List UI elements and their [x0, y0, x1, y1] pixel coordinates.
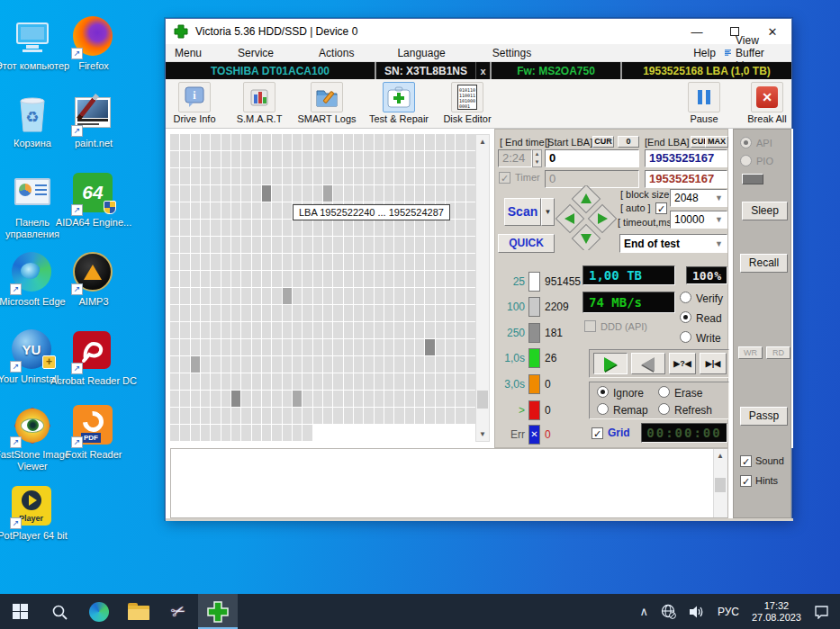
- log-scroll-up-icon[interactable]: ▲: [714, 449, 727, 463]
- toolbar-smart-logs[interactable]: SMART Logs: [297, 82, 357, 124]
- recall-button[interactable]: Recall: [740, 254, 788, 273]
- menu-item-language[interactable]: Language: [388, 47, 454, 59]
- auto-checkbox[interactable]: ✓: [655, 202, 667, 214]
- menu-item-menu[interactable]: Menu: [166, 47, 211, 59]
- log-scrollbar[interactable]: ▲: [713, 449, 727, 517]
- search-button[interactable]: [40, 594, 79, 629]
- toolbar-break-all[interactable]: ✕ Break All: [744, 82, 790, 124]
- start-lba-zero-button[interactable]: 0: [618, 136, 639, 148]
- taskbar-snipping-tool[interactable]: ✂: [158, 594, 198, 629]
- start-button[interactable]: [0, 594, 40, 629]
- block-size-dropdown[interactable]: 2048▼: [670, 189, 727, 207]
- speed-display: 74 MB/s: [583, 292, 675, 313]
- toolbar-test-repair[interactable]: Test & Repair: [367, 82, 430, 124]
- play-button[interactable]: [593, 353, 628, 374]
- sleep-button[interactable]: Sleep: [742, 202, 788, 220]
- notification-icon[interactable]: [814, 605, 829, 619]
- read-radio[interactable]: [680, 311, 691, 323]
- start-lba-label: [Start LBA]: [545, 137, 592, 148]
- shortcut-arrow-icon: ↗: [71, 436, 83, 448]
- desktop-icon-aida64[interactable]: 64 ↗ AIDA64 Engine...: [61, 173, 126, 229]
- end-lba-field[interactable]: 1953525167: [645, 149, 727, 167]
- activity-led: [742, 174, 763, 184]
- stat-row-1s: 1,0s26: [498, 348, 597, 370]
- recycle-bin-icon: ♻: [12, 94, 53, 135]
- desktop-icon-acrobat[interactable]: ↗ Acrobat Reader DC: [61, 329, 126, 387]
- seek-pad-icon[interactable]: [555, 185, 618, 250]
- butterfly-button[interactable]: ▶|◀: [700, 353, 727, 374]
- map-scrollbar[interactable]: ▲ ▼: [475, 134, 490, 442]
- scroll-down-icon[interactable]: ▼: [476, 427, 489, 441]
- volume-icon[interactable]: [689, 605, 705, 619]
- desktop-icon-potplayer[interactable]: Player ↗ PotPlayer 64 bit: [0, 486, 65, 542]
- quick-button[interactable]: QUICK: [498, 234, 555, 253]
- end-time-label: [ End time ]: [500, 137, 550, 148]
- toolbar-drive-info[interactable]: i Drive Info: [171, 82, 218, 124]
- hints-checkbox[interactable]: ✓: [740, 474, 752, 487]
- ddd-api-checkbox[interactable]: [584, 320, 596, 332]
- menu-item-help[interactable]: Help: [684, 47, 725, 59]
- tray-language[interactable]: РУС: [718, 606, 739, 618]
- serial-close-button[interactable]: x: [475, 62, 492, 79]
- start-lba-field[interactable]: 0: [545, 149, 639, 167]
- scan-button[interactable]: Scan: [504, 198, 541, 226]
- map-scroll-thumb[interactable]: [477, 391, 488, 409]
- desktop-icon-paint-net[interactable]: ↗ paint.net: [61, 94, 126, 149]
- rd-button[interactable]: RD: [766, 346, 790, 359]
- grid-checkbox[interactable]: ✓: [592, 427, 603, 439]
- minimize-button[interactable]: —: [678, 19, 716, 44]
- write-radio[interactable]: [680, 331, 691, 343]
- wr-button[interactable]: WR: [738, 346, 763, 359]
- taskbar-victoria[interactable]: [198, 594, 238, 629]
- remap-radio[interactable]: [597, 403, 609, 415]
- api-radio[interactable]: [740, 137, 752, 148]
- seek-test-button[interactable]: ▶?◀: [669, 353, 696, 374]
- ignore-radio[interactable]: [597, 386, 609, 398]
- scroll-up-icon[interactable]: ▲: [476, 135, 489, 148]
- end-lba-mirror-field[interactable]: 1953525167: [645, 170, 727, 188]
- passp-button[interactable]: Passp: [740, 407, 788, 426]
- log-scroll-thumb[interactable]: [715, 478, 726, 492]
- block-map[interactable]: [170, 134, 475, 442]
- lba-tooltip: LBA 1952522240 ... 1952524287: [293, 204, 450, 220]
- shortcut-arrow-icon: ↗: [71, 283, 83, 295]
- sound-checkbox[interactable]: ✓: [740, 454, 752, 467]
- rewind-button[interactable]: [631, 353, 665, 374]
- desktop-icon-firefox[interactable]: ↗ Firefox: [61, 16, 126, 72]
- your-uninstaller-icon: YU + ↗: [12, 329, 53, 371]
- network-globe-icon[interactable]: [661, 604, 676, 619]
- toolbar-disk-editor[interactable]: 0101101100111010000001 Disk Editor: [440, 82, 494, 124]
- start-lba-cur-button[interactable]: CUR: [592, 136, 614, 148]
- desktop-icon-aimp3[interactable]: ↗ AIMP3: [61, 252, 126, 308]
- desktop-icon-control-panel[interactable]: Панель управления: [0, 173, 65, 240]
- test-control-panel: [ End time ] [Start LBA] CUR 0 [End LBA]…: [494, 129, 728, 448]
- grid-label: Grid: [608, 427, 630, 439]
- timeout-dropdown[interactable]: 10000▼: [670, 211, 727, 229]
- auto-label: [ auto ]: [620, 202, 651, 213]
- refresh-label: Refresh: [674, 404, 712, 417]
- tray-chevron-icon[interactable]: ∧: [639, 605, 648, 618]
- end-time-spinner[interactable]: 2:24: [498, 149, 532, 167]
- end-action-dropdown[interactable]: End of test▼: [619, 234, 727, 253]
- menu-item-actions[interactable]: Actions: [310, 47, 363, 59]
- desktop-icon-foxit[interactable]: PDF ↗ Foxit Reader: [61, 405, 126, 461]
- desktop-icon-faststone[interactable]: ↗ FastStone Image Viewer: [0, 405, 65, 472]
- refresh-radio[interactable]: [658, 403, 670, 415]
- taskbar-file-explorer[interactable]: [119, 594, 158, 629]
- toolbar-pause[interactable]: Pause: [684, 82, 724, 124]
- tray-clock[interactable]: 17:32 27.08.2023: [752, 600, 801, 624]
- menu-item-service[interactable]: Service: [229, 47, 283, 59]
- scan-dropdown-button[interactable]: ▼: [541, 198, 555, 226]
- toolbar-smart[interactable]: S.M.A.R.T: [234, 82, 285, 124]
- erase-radio[interactable]: [658, 386, 670, 398]
- ddd-api-label: DDD (API): [601, 321, 647, 332]
- victoria-cross-icon: [207, 601, 229, 623]
- log-panel: 15:38:42Starting Reading, LBA=0..1953525…: [170, 448, 728, 518]
- end-lba-max-button[interactable]: MAX: [705, 136, 728, 148]
- spinner-arrows-icon[interactable]: ▲▼: [532, 149, 542, 167]
- menu-item-settings[interactable]: Settings: [483, 47, 540, 59]
- taskbar-edge[interactable]: [79, 594, 119, 629]
- verify-radio[interactable]: [680, 292, 691, 303]
- pio-radio[interactable]: [740, 155, 752, 166]
- timer-checkbox[interactable]: ✓: [499, 171, 510, 184]
